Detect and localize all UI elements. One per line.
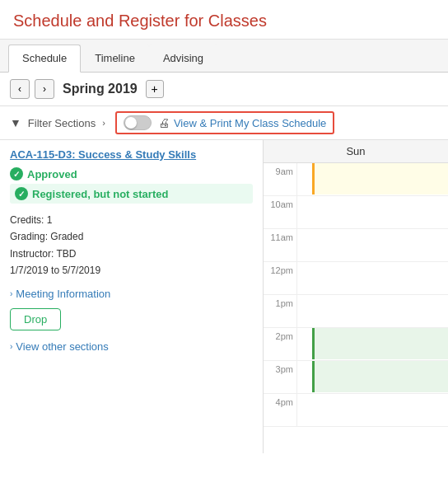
view-print-link[interactable]: 🖨 View & Print My Class Schedule [158,116,326,129]
time-row: 11am [264,229,448,262]
time-row: 9am [264,163,448,196]
approved-icon: ✓ [10,167,23,180]
drop-button[interactable]: Drop [10,308,61,330]
tab-schedule[interactable]: Schedule [8,45,81,73]
printer-icon: 🖨 [158,116,170,129]
time-label-10am: 10am [264,196,296,228]
tab-timeline[interactable]: Timeline [81,45,149,72]
left-panel: ACA-115-D3: Success & Study Skills ✓ App… [0,140,264,453]
other-sections-chevron-icon: › [10,342,12,351]
time-row: 1pm [264,295,448,328]
filter-chevron-icon: › [102,118,105,128]
filter-bar: ▼ Filter Sections › 🖨 View & Print My Cl… [0,106,448,140]
main-content: ACA-115-D3: Success & Study Skills ✓ App… [0,140,448,453]
grading-text: Grading: Graded [10,228,253,245]
time-label-2pm: 2pm [264,328,296,360]
day-cell-3pm [296,361,448,393]
instructor-text: Instructor: TBD [10,246,253,262]
day-cell-1pm [296,295,448,327]
time-row: 4pm [264,394,448,427]
time-row: 10am [264,196,448,229]
day-cell-12pm [296,262,448,294]
next-semester-button[interactable]: › [35,79,54,99]
other-sections-link[interactable]: › View other sections [10,340,253,353]
course-title-link[interactable]: ACA-115-D3: Success & Study Skills [10,148,253,161]
time-label-1pm: 1pm [264,295,296,327]
print-label: View & Print My Class Schedule [174,117,326,129]
approved-label: Approved [27,168,77,180]
filter-icon: ▼ [10,116,21,129]
event-2pm [312,328,448,359]
print-area: 🖨 View & Print My Class Schedule [115,111,334,134]
tab-advising[interactable]: Advising [149,45,217,72]
calendar-day-header: Sun [264,140,448,163]
credits-text: Credits: 1 [10,212,253,228]
time-label-4pm: 4pm [264,394,296,426]
day-cell-4pm [296,394,448,426]
meeting-chevron-icon: › [10,289,12,298]
page-title: Schedule and Register for Classes [0,0,448,40]
day-cell-2pm [296,328,448,360]
day-cell-10am [296,196,448,228]
registered-label: Registered, but not started [32,188,168,200]
meeting-info-link[interactable]: › Meeting Information [10,288,253,300]
time-label-12pm: 12pm [264,262,296,294]
time-label-3pm: 3pm [264,361,296,393]
prev-semester-button[interactable]: ‹ [10,79,30,99]
event-3pm [312,361,448,392]
right-panel: Sun 9am 10am 11am 12pm 1pm [264,140,448,453]
status-approved: ✓ Approved [10,167,253,180]
time-label-9am: 9am [264,163,296,195]
day-cell-9am [296,163,448,195]
time-label-11am: 11am [264,229,296,261]
other-sections-label: View other sections [16,340,109,353]
add-semester-button[interactable]: + [146,80,164,98]
status-registered: ✓ Registered, but not started [10,184,253,204]
meeting-info-label: Meeting Information [16,288,110,300]
day-cell-11am [296,229,448,261]
time-row: 3pm [264,361,448,394]
toggle-switch[interactable] [124,115,152,130]
filter-sections-link[interactable]: Filter Sections [28,117,96,129]
time-row: 12pm [264,262,448,295]
dates-text: 1/7/2019 to 5/7/2019 [10,262,253,279]
time-row: 2pm [264,328,448,361]
tabs-bar: Schedule Timeline Advising [0,40,448,73]
event-9am [312,163,448,194]
registered-icon: ✓ [15,187,28,200]
course-details: Credits: 1 Grading: Graded Instructor: T… [10,212,253,279]
semester-label: Spring 2019 [63,82,138,96]
semester-nav: ‹ › Spring 2019 + [0,73,448,106]
